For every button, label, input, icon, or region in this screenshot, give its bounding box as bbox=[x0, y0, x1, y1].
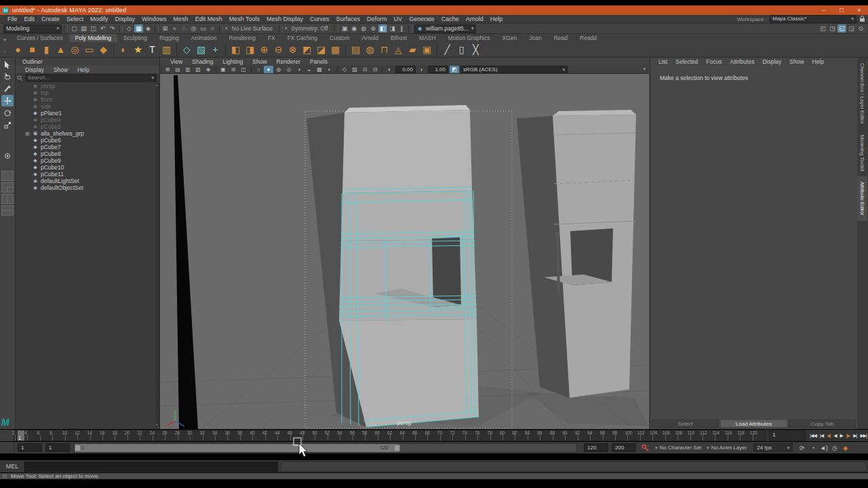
shelf-tool-icon[interactable]: ◬ bbox=[391, 43, 406, 56]
shelf-tool-icon[interactable]: ⊓ bbox=[377, 43, 391, 56]
shelf-tool-icon[interactable]: + bbox=[208, 43, 222, 56]
status-icon[interactable]: ↷ bbox=[108, 24, 117, 33]
menu-item[interactable]: Curves bbox=[307, 16, 333, 22]
shelf-tab[interactable]: Animation bbox=[185, 34, 223, 42]
outliner-item[interactable]: ⊞ ◆ pPlane1 bbox=[16, 110, 156, 117]
shelf-tab[interactable]: Custom bbox=[323, 34, 355, 42]
menu-set-dropdown[interactable]: Modeling ▾ bbox=[3, 24, 62, 33]
command-line-input[interactable] bbox=[24, 462, 278, 472]
viewport-menu-item[interactable]: Renderer bbox=[272, 58, 305, 65]
symmetry-label[interactable]: Symmetry: Off bbox=[292, 25, 328, 32]
character-set-dropdown[interactable]: ▾ No Character Set bbox=[655, 445, 701, 451]
viewport-toolbar-icon[interactable]: ⊟ bbox=[370, 66, 380, 73]
attribute-menu-item[interactable]: Attributes bbox=[726, 58, 758, 65]
attribute-menu-item[interactable]: Selected bbox=[671, 58, 702, 65]
no-live-surface-label[interactable]: No Live Surface bbox=[232, 25, 273, 32]
panel-toggle-icon[interactable]: ◲ bbox=[847, 24, 856, 33]
transport-button[interactable]: ▶▶| bbox=[859, 433, 868, 439]
playback-option-icon[interactable]: ⟳ bbox=[797, 445, 807, 451]
viewport-toolbar-icon[interactable]: ◎ bbox=[284, 66, 294, 73]
outliner-item[interactable]: ⊞ ◼ side bbox=[16, 103, 156, 110]
outliner-item[interactable]: ⊞ ◆ pCube10 bbox=[16, 164, 156, 171]
shelf-tool-icon[interactable]: ◧ bbox=[225, 43, 243, 56]
viewport-toolbar-icon[interactable]: ◫ bbox=[239, 66, 248, 73]
viewport-toolbar-icon[interactable]: ▨ bbox=[350, 66, 359, 73]
menu-item[interactable]: Select bbox=[63, 16, 87, 22]
animation-end-field[interactable]: 200 bbox=[612, 443, 636, 452]
panel-toggle-icon[interactable]: ◱ bbox=[837, 24, 846, 33]
shelf-tab[interactable]: XGen bbox=[496, 34, 524, 42]
panel-toggle-icon[interactable]: ◰ bbox=[818, 24, 827, 33]
viewport-toolbar-icon[interactable]: ◑ bbox=[294, 66, 304, 73]
shelf-side-button[interactable]: ○ bbox=[3, 49, 6, 54]
account-dropdown[interactable]: ☻ william.page85... ▾ bbox=[414, 24, 477, 33]
viewport-toolbar-icon[interactable]: ▩ bbox=[315, 66, 324, 73]
shelf-tool-icon[interactable]: ◍ bbox=[363, 43, 377, 56]
shelf-tab[interactable]: Curves / Surfaces bbox=[11, 34, 69, 42]
selection-mode-icon[interactable]: ◇ bbox=[125, 24, 134, 33]
shelf-tab[interactable]: Arnold bbox=[355, 34, 384, 42]
outliner-menu-item[interactable]: Help bbox=[73, 66, 93, 73]
viewport-toolbar-icon[interactable]: ◈ bbox=[203, 66, 213, 73]
shelf-tool-icon[interactable]: ⊖ bbox=[271, 43, 285, 56]
outliner-item[interactable]: ⊞ ◉ defaultLightSet bbox=[16, 178, 156, 184]
shelf-tool-icon[interactable]: ▣ bbox=[420, 43, 434, 56]
shelf-tool-icon[interactable]: ◆ bbox=[96, 43, 111, 56]
menu-item[interactable]: Windows bbox=[138, 16, 170, 22]
menu-item[interactable]: Deform bbox=[363, 16, 391, 22]
transport-button[interactable]: ▶| bbox=[852, 433, 858, 439]
viewport-toolbar-icon[interactable]: ⊞ bbox=[229, 66, 238, 73]
exposure-field[interactable]: 0.00 bbox=[395, 66, 416, 73]
menu-item[interactable]: Edit Mesh bbox=[192, 16, 226, 22]
render-icon[interactable]: ◉ bbox=[350, 24, 359, 33]
viewport-canvas[interactable]: persp bbox=[160, 74, 649, 429]
transport-button[interactable]: ▶ bbox=[839, 433, 844, 439]
shelf-tool-icon[interactable]: ▧ bbox=[194, 43, 208, 56]
sidebar-tab[interactable]: Attribute Editor bbox=[857, 176, 867, 221]
shelf-tab[interactable]: Rendering bbox=[223, 34, 262, 42]
render-icon[interactable]: ◧ bbox=[378, 24, 387, 33]
viewport-menu-item[interactable]: View bbox=[165, 58, 187, 65]
playback-end-field[interactable]: 120 bbox=[584, 443, 608, 452]
menu-item[interactable]: Create bbox=[38, 16, 63, 22]
menu-item[interactable]: Arnold bbox=[462, 16, 487, 22]
transport-button[interactable]: |◀ bbox=[818, 433, 825, 439]
playback-option-icon[interactable]: ◄) bbox=[818, 445, 829, 451]
playback-start-field[interactable]: 1 bbox=[45, 443, 70, 452]
menu-item[interactable]: Cache bbox=[438, 16, 462, 22]
range-end-handle[interactable] bbox=[394, 445, 400, 451]
menu-item[interactable]: Display bbox=[112, 16, 139, 22]
maximize-button[interactable]: □ bbox=[833, 5, 850, 15]
outliner-item[interactable]: ⊞ ◆ pCube7 bbox=[16, 144, 156, 150]
close-button[interactable]: × bbox=[850, 5, 868, 15]
shelf-tool-icon[interactable]: ◪ bbox=[314, 43, 328, 56]
command-line-mode[interactable]: MEL bbox=[0, 463, 24, 470]
shelf-tool-icon[interactable]: ⊕ bbox=[257, 43, 271, 56]
layout-two-pane-button[interactable] bbox=[1, 194, 14, 204]
selection-mode-icon[interactable]: ◈ bbox=[144, 24, 153, 33]
shelf-tool-icon[interactable]: ╱ bbox=[437, 43, 454, 56]
shelf-tool-icon[interactable]: ● bbox=[11, 43, 25, 56]
shelf-tool-icon[interactable]: ◎ bbox=[68, 43, 82, 56]
lock-icon[interactable] bbox=[859, 16, 865, 22]
range-slider-track[interactable]: 1 120 bbox=[74, 443, 577, 453]
shelf-tool-icon[interactable]: ▲ bbox=[54, 43, 68, 56]
render-icon[interactable]: ⊛ bbox=[369, 24, 378, 33]
snap-icon[interactable]: ≈ bbox=[170, 24, 179, 33]
shelf-tab[interactable]: Poly Modeling bbox=[69, 34, 117, 42]
outliner-item[interactable]: ⊞ ◼ persp bbox=[16, 83, 156, 89]
outliner-menu-item[interactable]: Display bbox=[21, 66, 48, 73]
menu-item[interactable]: File bbox=[4, 16, 21, 22]
status-icon[interactable]: ↶ bbox=[98, 24, 107, 33]
outliner-item[interactable]: ⊞ ◼ top bbox=[16, 89, 156, 96]
attribute-menu-item[interactable]: Display bbox=[758, 58, 785, 65]
status-icon[interactable]: ▢ bbox=[70, 24, 79, 33]
viewport-toolbar-icon[interactable]: ● bbox=[264, 66, 273, 73]
viewport-menu-item[interactable]: Show bbox=[248, 58, 271, 65]
exposure-icon[interactable]: ◖ bbox=[382, 66, 394, 73]
shelf-tool-icon[interactable]: ⊗ bbox=[285, 43, 300, 56]
shelf-tool-icon[interactable]: ▦ bbox=[328, 43, 342, 56]
selection-mode-icon[interactable]: ▦ bbox=[134, 24, 143, 33]
attribute-editor-button[interactable]: Copy Tab bbox=[789, 420, 856, 428]
sidebar-tab[interactable]: Channel Box / Layer Editor bbox=[857, 58, 867, 129]
